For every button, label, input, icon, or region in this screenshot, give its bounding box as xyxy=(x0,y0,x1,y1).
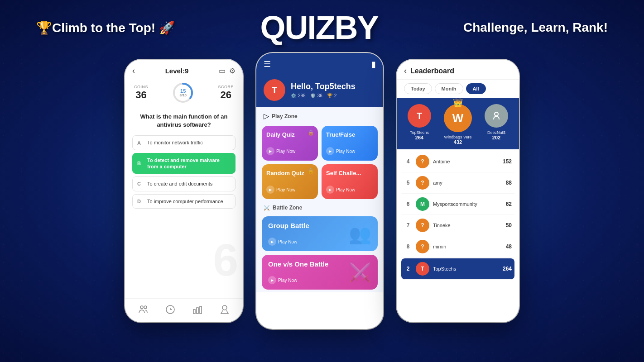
podium-first-score: 432 xyxy=(454,139,462,145)
lb-avatar-5: ? xyxy=(416,176,429,190)
progress-circle: 15 8/10 xyxy=(171,81,195,105)
play-now-label5: Play Now xyxy=(278,239,297,244)
group-battle-title: Group Battle xyxy=(268,222,309,229)
option-d[interactable]: D To improve computer performance xyxy=(132,194,235,209)
svg-point-3 xyxy=(144,306,147,309)
podium-second-score: 264 xyxy=(415,135,423,140)
left-phone-header: ‹ Level:9 ▭ ⚙ xyxy=(125,60,243,79)
self-challenge-card[interactable]: Self Challe... ▶ Play Now xyxy=(322,164,378,199)
coins-label: COINS xyxy=(134,85,148,89)
tab-month[interactable]: Month xyxy=(435,83,463,94)
random-quiz-play-btn[interactable]: ▶ Play Now xyxy=(266,186,313,194)
one-v-one-card[interactable]: One v/s One Battle ▶ Play Now ⚔️ xyxy=(262,255,378,290)
one-v-one-title: One v/s One Battle xyxy=(268,260,328,268)
play-circle-icon3: ▶ xyxy=(266,186,274,194)
play-zone-header: ▷ Play Zone xyxy=(256,107,383,123)
daily-quiz-play-btn[interactable]: ▶ Play Now xyxy=(266,147,313,155)
svg-rect-8 xyxy=(197,308,198,314)
daily-quiz-card[interactable]: Daily Quiz ▶ Play Now 🔒 xyxy=(262,126,318,161)
play-zone-icon: ▷ xyxy=(264,112,269,120)
option-c[interactable]: C To create and edit documents xyxy=(132,176,235,191)
option-b[interactable]: B To detect and remove malware from a co… xyxy=(132,153,235,174)
logo: QUIZBY xyxy=(260,9,378,46)
play-circle-icon6: ▶ xyxy=(268,276,276,284)
settings-icon[interactable]: ⚙ xyxy=(229,67,235,75)
trophies-icon: 🏆 xyxy=(327,93,332,98)
bookmark-icon[interactable]: ▭ xyxy=(219,67,226,75)
quiz-grid: Daily Quiz ▶ Play Now 🔒 True/False ▶ Pla… xyxy=(256,123,383,202)
center-phone-header: ☰ ▮ xyxy=(256,53,383,76)
random-quiz-card[interactable]: Random Quiz ▶ Play Now 🔒 xyxy=(262,164,318,199)
header-icons: ▭ ⚙ xyxy=(219,67,235,75)
hamburger-icon[interactable]: ☰ xyxy=(264,59,271,69)
leaderboard-list: 4 ? Antoine 152 5 ? amy 88 6 M Mysportsc… xyxy=(397,149,519,282)
podium-third-score: 202 xyxy=(492,135,500,140)
nav-badge-icon[interactable] xyxy=(219,304,230,317)
watermark: 6 xyxy=(213,234,238,286)
group-battle-play-btn[interactable]: ▶ Play Now xyxy=(268,238,309,246)
random-quiz-title: Random Quiz xyxy=(266,170,313,176)
tab-all[interactable]: All xyxy=(466,83,486,94)
group-icon: 👥 xyxy=(349,223,371,244)
list-item: 8 ? mimin 48 xyxy=(401,236,514,257)
right-phone: ‹ Leaderboard Today Month All T TopStech… xyxy=(397,60,519,322)
true-false-card[interactable]: True/False ▶ Play Now xyxy=(322,126,378,161)
bookmark-center-icon[interactable]: ▮ xyxy=(371,59,376,69)
lock-icon: 🔒 xyxy=(308,129,314,136)
true-false-title: True/False xyxy=(326,131,373,138)
question-text: What is the main function of an antiviru… xyxy=(132,113,235,129)
center-phone: ☰ ▮ T Hello, Top5techs ⚙️ 298 🛡️ 36 xyxy=(256,53,383,329)
daily-quiz-title: Daily Quiz xyxy=(266,131,313,138)
my-row: 2 T TopStechs 264 xyxy=(401,258,514,280)
nav-play-icon[interactable] xyxy=(165,304,176,317)
option-a[interactable]: A To monitor network traffic xyxy=(132,135,235,150)
play-now-label2: Play Now xyxy=(336,149,355,154)
list-item: 5 ? amy 88 xyxy=(401,172,514,194)
score-stat: SCORE 26 xyxy=(218,85,234,101)
play-now-label6: Play Now xyxy=(278,278,297,283)
play-circle-icon: ▶ xyxy=(266,147,274,155)
tab-row: Today Month All xyxy=(397,80,519,98)
play-circle-icon4: ▶ xyxy=(326,186,334,194)
phones-container: ‹ Level:9 ▭ ⚙ COINS 36 15 8/10 xyxy=(0,55,644,333)
podium-third-name: DeezNut$ xyxy=(487,130,505,135)
battle-zone-header: ⚔️ Battle Zone xyxy=(256,202,383,214)
svg-point-10 xyxy=(222,305,227,310)
list-item: 4 ? Antoine 152 xyxy=(401,151,514,172)
play-circle-icon2: ▶ xyxy=(326,147,334,155)
play-circle-icon5: ▶ xyxy=(268,238,276,246)
lb-avatar-4: ? xyxy=(416,155,429,168)
podium-first-name: Windbags Vere xyxy=(444,135,471,139)
progress-value: 15 8/10 xyxy=(179,88,187,98)
play-now-label4: Play Now xyxy=(336,187,355,192)
question-area: What is the main function of an antiviru… xyxy=(125,108,243,216)
podium-first: 👑 W Windbags Vere 432 xyxy=(444,104,472,145)
crown-icon: 👑 xyxy=(453,98,463,108)
score-label: SCORE xyxy=(218,85,234,89)
back-arrow-icon[interactable]: ‹ xyxy=(132,66,135,76)
self-challenge-play-btn[interactable]: ▶ Play Now xyxy=(326,186,373,194)
lb-avatar-8: ? xyxy=(416,240,429,253)
svg-rect-9 xyxy=(200,306,202,314)
coins-icon: ⚙️ xyxy=(291,93,296,98)
lb-avatar-6: M xyxy=(416,197,429,211)
podium-first-avatar: 👑 W xyxy=(444,104,472,132)
play-zone-label: Play Zone xyxy=(272,113,298,119)
tab-today[interactable]: Today xyxy=(404,83,432,94)
coins-value: 36 xyxy=(134,89,148,101)
header-right-text: Challenge, Learn, Rank! xyxy=(463,20,608,35)
true-false-play-btn[interactable]: ▶ Play Now xyxy=(326,147,373,155)
level-label: Level:9 xyxy=(165,67,189,75)
podium-third: DeezNut$ 202 xyxy=(485,104,508,140)
nav-leaderboard-icon[interactable] xyxy=(192,304,203,317)
nav-group-icon[interactable] xyxy=(138,304,149,317)
left-phone: ‹ Level:9 ▭ ⚙ COINS 36 15 8/10 xyxy=(125,60,243,322)
lb-avatar-me: T xyxy=(416,262,429,276)
one-v-one-play-btn[interactable]: ▶ Play Now xyxy=(268,276,328,284)
list-item: 7 ? Tinneke 50 xyxy=(401,215,514,236)
group-battle-card[interactable]: Group Battle ▶ Play Now 👥 xyxy=(262,216,378,251)
podium-second-avatar: T xyxy=(408,104,431,128)
back-arrow-right-icon[interactable]: ‹ xyxy=(404,66,407,76)
svg-rect-7 xyxy=(193,310,195,314)
battle-zone-icon: ⚔️ xyxy=(264,205,270,211)
